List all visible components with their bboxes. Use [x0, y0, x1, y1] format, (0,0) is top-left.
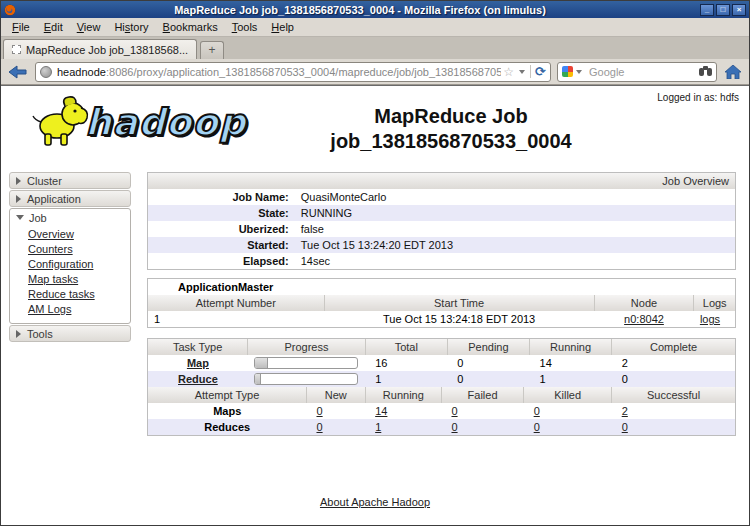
- about-hadoop-link[interactable]: About Apache Hadoop: [320, 496, 430, 508]
- search-go-icon[interactable]: [699, 66, 712, 77]
- maps-successful-link[interactable]: 2: [622, 405, 628, 417]
- bookmark-star-icon[interactable]: ☆: [503, 65, 514, 79]
- sidebar-nav: Cluster Application Job Overview Counter…: [9, 172, 131, 343]
- column-header: New: [306, 387, 365, 403]
- maps-new-link[interactable]: 0: [316, 405, 322, 417]
- maps-killed-link[interactable]: 0: [534, 405, 540, 417]
- job-overview-header: Job Overview: [148, 173, 735, 189]
- column-header: Failed: [441, 387, 523, 403]
- reduce-tasks-link[interactable]: Reduce: [178, 373, 218, 385]
- menu-tools[interactable]: Tools: [225, 19, 265, 35]
- sidebar-section-job[interactable]: Job: [10, 209, 130, 226]
- column-header: Attempt Type: [148, 387, 306, 403]
- menu-bookmarks[interactable]: Bookmarks: [156, 19, 225, 35]
- table-row: Uberized:false: [148, 221, 735, 237]
- column-header: Logs: [694, 295, 735, 311]
- application-master-table: ApplicationMaster Attempt Number Start T…: [147, 278, 736, 328]
- application-master-title: ApplicationMaster: [148, 279, 735, 295]
- hadoop-elephant-icon: [29, 94, 91, 150]
- browser-window: MapReduce Job job_1381856870533_0004 - M…: [0, 0, 750, 526]
- tab-bar: MapReduce Job job_13818568... +: [1, 37, 749, 59]
- sidebar-item-am-logs[interactable]: AM Logs: [28, 302, 130, 316]
- sidebar-section-job-expanded: Job Overview Counters Configuration Map …: [9, 208, 131, 324]
- url-bar[interactable]: headnode:8086/proxy/application_13818568…: [35, 62, 551, 82]
- sidebar-section-tools[interactable]: Tools: [9, 325, 131, 342]
- sidebar-section-cluster[interactable]: Cluster: [9, 172, 131, 189]
- page-content: Logged in as: hdfs hadoop MapReduce Job …: [1, 85, 749, 525]
- chevron-right-icon: [16, 195, 21, 203]
- search-engine-dropdown-icon[interactable]: [576, 70, 582, 74]
- reduces-successful-link[interactable]: 0: [622, 421, 628, 433]
- table-row: Reduces 0 1 0 0 0: [148, 419, 735, 435]
- map-tasks-link[interactable]: Map: [187, 357, 209, 369]
- menu-help[interactable]: Help: [264, 19, 301, 35]
- logs-link[interactable]: logs: [700, 313, 720, 325]
- minimize-button[interactable]: _: [700, 4, 714, 16]
- table-row: Map 16 0 14 2: [148, 355, 735, 371]
- reload-icon[interactable]: ⟳: [530, 65, 546, 78]
- attempts-table: Attempt Type New Running Failed Killed S…: [148, 387, 735, 435]
- home-icon: [725, 65, 741, 79]
- reduces-failed-link[interactable]: 0: [451, 421, 457, 433]
- column-header: Attempt Number: [148, 295, 324, 311]
- sidebar-section-application[interactable]: Application: [9, 190, 131, 207]
- firefox-icon: [4, 4, 16, 16]
- menu-history[interactable]: History: [107, 19, 155, 35]
- reduces-new-link[interactable]: 0: [316, 421, 322, 433]
- url-text[interactable]: headnode:8086/proxy/application_13818568…: [57, 66, 501, 78]
- reduces-running-link[interactable]: 1: [375, 421, 381, 433]
- back-arrow-icon: [9, 65, 27, 79]
- reduce-progress-bar: [254, 373, 358, 385]
- map-progress-bar: [254, 357, 358, 369]
- search-input[interactable]: Google: [589, 66, 699, 78]
- table-row: State:RUNNING: [148, 205, 735, 221]
- maps-running-link[interactable]: 14: [375, 405, 387, 417]
- sidebar-item-configuration[interactable]: Configuration: [28, 257, 130, 271]
- tasks-table: Task Type Progress Total Pending Running…: [147, 338, 736, 436]
- table-row: Job Name:QuasiMonteCarlo: [148, 189, 735, 205]
- column-header: Total: [365, 339, 447, 355]
- maximize-button[interactable]: □: [716, 4, 730, 16]
- sidebar-item-overview[interactable]: Overview: [28, 227, 130, 241]
- column-header: Complete: [612, 339, 735, 355]
- column-header: Progress: [248, 339, 365, 355]
- tab-label: MapReduce Job job_13818568...: [26, 44, 188, 56]
- node-link[interactable]: n0:8042: [624, 313, 664, 325]
- main-panel: Job Overview Job Name:QuasiMonteCarlo St…: [147, 172, 736, 444]
- reduces-killed-link[interactable]: 0: [534, 421, 540, 433]
- table-row: Elapsed:14sec: [148, 253, 735, 269]
- close-button[interactable]: ×: [732, 4, 746, 16]
- back-button[interactable]: [7, 63, 29, 81]
- new-tab-button[interactable]: +: [200, 41, 224, 59]
- column-header: Pending: [447, 339, 529, 355]
- column-header: Start Time: [324, 295, 594, 311]
- column-header: Successful: [612, 387, 735, 403]
- table-row: Started:Tue Oct 15 13:24:20 EDT 2013: [148, 237, 735, 253]
- menu-edit[interactable]: Edit: [37, 19, 70, 35]
- sidebar-item-map-tasks[interactable]: Map tasks: [28, 272, 130, 286]
- active-tab[interactable]: MapReduce Job job_13818568...: [3, 39, 197, 59]
- page-header: hadoop MapReduce Job job_1381856870533_0…: [1, 86, 749, 172]
- page-footer: About Apache Hadoop: [1, 496, 749, 508]
- chevron-down-icon: [16, 215, 24, 220]
- menu-bar: File Edit View History Bookmarks Tools H…: [1, 18, 749, 37]
- table-row: Maps 0 14 0 0 2: [148, 403, 735, 419]
- table-row: 1 Tue Oct 15 13:24:18 EDT 2013 n0:8042 l…: [148, 311, 735, 327]
- search-box[interactable]: Google: [557, 62, 717, 82]
- sidebar-item-reduce-tasks[interactable]: Reduce tasks: [28, 287, 130, 301]
- column-header: Node: [594, 295, 694, 311]
- window-title: MapReduce Job job_1381856870533_0004 - M…: [20, 4, 700, 16]
- home-button[interactable]: [723, 63, 743, 81]
- menu-view[interactable]: View: [70, 19, 108, 35]
- column-header: Task Type: [148, 339, 248, 355]
- url-dropdown-icon[interactable]: [519, 70, 525, 74]
- site-globe-icon: [40, 66, 52, 78]
- menu-file[interactable]: File: [5, 19, 37, 35]
- tab-favicon-icon: [12, 45, 21, 54]
- maps-failed-link[interactable]: 0: [451, 405, 457, 417]
- window-titlebar: MapReduce Job job_1381856870533_0004 - M…: [1, 1, 749, 18]
- sidebar-item-counters[interactable]: Counters: [28, 242, 130, 256]
- chevron-right-icon: [16, 177, 21, 185]
- chevron-right-icon: [16, 330, 21, 338]
- column-header: Running: [365, 387, 441, 403]
